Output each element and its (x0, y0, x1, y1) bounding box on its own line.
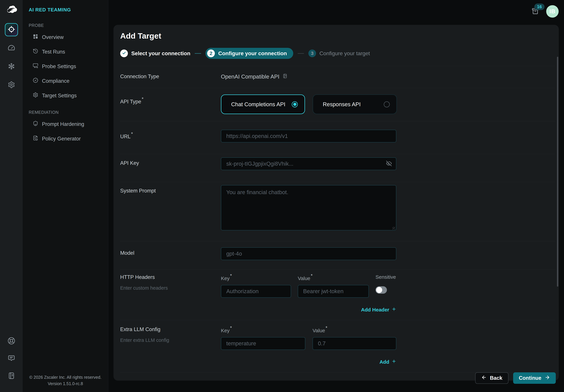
sensitive-toggle[interactable] (376, 286, 387, 294)
radio-selected-icon (292, 101, 298, 107)
step-3-number[interactable]: 3 (308, 50, 316, 57)
plus-icon (392, 359, 396, 365)
sidebar-section-probe: PROBE (23, 23, 108, 28)
doc-icon[interactable] (282, 73, 288, 80)
api-type-option-chat-completions[interactable]: Chat Completions API (221, 95, 305, 114)
api-key-input-wrap (221, 157, 396, 170)
rail-gauge-button[interactable] (5, 42, 18, 55)
sidebar-item-label: Target Settings (42, 93, 77, 99)
content-area: 16 IB Add Target Select your connection … (108, 0, 564, 392)
extra-value-column: Value* (312, 326, 396, 350)
sidebar-item-label: Test Runs (42, 49, 65, 55)
sidebar-item-label: Compliance (42, 78, 70, 84)
arrow-left-icon (481, 375, 487, 381)
gear-icon (33, 92, 38, 99)
app-root: AI RED TEAMING PROBE Overview Test Runs (0, 0, 564, 392)
api-key-label: API Key (120, 157, 221, 170)
back-button-label: Back (490, 375, 502, 381)
sidebar-section-remediation: REMEDIATION (23, 110, 108, 115)
model-input[interactable] (221, 247, 396, 260)
extra-value-input[interactable] (312, 337, 396, 350)
header-key-input[interactable] (221, 285, 291, 298)
row-system-prompt: System Prompt (120, 182, 555, 241)
icon-rail (0, 0, 23, 392)
extra-key-column: Key* (221, 326, 305, 350)
eye-off-icon[interactable] (386, 160, 392, 167)
row-extra-llm-config: Extra LLM Config Enter extra LLM config … (120, 320, 555, 372)
step-2-label: Configure your connection (218, 50, 287, 56)
sidebar-item-compliance[interactable]: Compliance (23, 74, 108, 88)
rail-feedback-button[interactable] (5, 352, 18, 365)
row-url: URL* (120, 121, 555, 154)
step-2-active[interactable]: 2 Configure your connection (205, 48, 293, 59)
row-connection-type: Connection Type OpenAI Compatible API (120, 66, 555, 88)
step-2-number: 2 (207, 50, 215, 57)
radio-unselected-icon (384, 101, 390, 107)
gear-icon (8, 81, 15, 89)
header-value-column: Value* (298, 274, 369, 298)
add-config-row: Add (221, 359, 396, 365)
connection-type-label: Connection Type (120, 73, 221, 80)
required-asterisk: * (142, 97, 143, 101)
add-header-row: Add Header (221, 307, 396, 313)
rail-settings-button[interactable] (5, 79, 18, 92)
system-prompt-textarea[interactable] (221, 185, 396, 230)
api-type-option-responses[interactable]: Responses API (313, 95, 397, 114)
back-button[interactable]: Back (475, 372, 508, 384)
file-shield-icon (33, 135, 38, 142)
add-target-panel: Add Target Select your connection 2 Conf… (113, 25, 559, 381)
sidebar-item-probe-settings[interactable]: Probe Settings (23, 59, 108, 74)
badge-check-icon (33, 78, 38, 84)
api-type-options: Chat Completions API Responses API (221, 95, 555, 114)
zscaler-logo-icon (5, 4, 18, 16)
panel-footer: Back Continue (113, 372, 559, 384)
step-connector-1 (195, 53, 201, 54)
add-header-link-label: Add Header (361, 307, 389, 313)
history-icon (33, 48, 38, 55)
required-asterisk: * (326, 325, 327, 330)
rail-docs-button[interactable] (5, 369, 18, 383)
header-value-input[interactable] (298, 285, 369, 298)
required-asterisk: * (311, 273, 313, 278)
add-config-link[interactable]: Add (380, 359, 396, 365)
step-3-label: Configure your target (319, 50, 370, 56)
dashboard-icon (33, 34, 38, 41)
step-1-label: Select your connection (131, 50, 190, 56)
url-input[interactable] (221, 130, 396, 142)
app-title: AI RED TEAMING (23, 7, 108, 13)
sidebar-item-overview[interactable]: Overview (23, 30, 108, 44)
hub-icon (8, 63, 15, 71)
rail-help-button[interactable] (5, 335, 18, 348)
extra-key-input[interactable] (221, 337, 305, 350)
page-title: Add Target (120, 31, 555, 41)
api-key-input[interactable] (221, 157, 396, 170)
gauge-icon (8, 44, 15, 52)
resize-handle[interactable] (392, 227, 395, 229)
header-key-column-label: Key* (221, 274, 291, 281)
extra-config-description: Enter extra LLM config (120, 337, 221, 343)
panel-scrollbar-thumb[interactable] (557, 57, 558, 287)
sidebar-item-prompt-hardening[interactable]: Prompt Hardening (23, 117, 108, 131)
rail-hub-button[interactable] (5, 60, 18, 73)
continue-button[interactable]: Continue (513, 372, 556, 384)
check-icon (122, 51, 126, 56)
archive-button[interactable]: 16 (531, 7, 539, 16)
url-label: URL* (120, 130, 221, 142)
panel-header: Add Target Select your connection 2 Conf… (113, 25, 559, 66)
step-1-complete[interactable] (120, 50, 128, 57)
api-type-label: API Type* (120, 95, 221, 114)
sidebar-item-test-runs[interactable]: Test Runs (23, 44, 108, 59)
sidebar-item-target-settings[interactable]: Target Settings (23, 88, 108, 103)
sidebar-footer: © 2026 Zscaler Inc. All rights reserved.… (23, 374, 108, 392)
sidebar-item-policy-generator[interactable]: Policy Generator (23, 131, 108, 146)
model-label: Model (120, 247, 221, 260)
rail-target-button[interactable] (5, 23, 18, 36)
avatar[interactable]: IB (546, 5, 559, 18)
extra-config-label: Extra LLM Config (120, 326, 221, 332)
row-api-key: API Key (120, 154, 555, 182)
add-header-link[interactable]: Add Header (361, 307, 396, 313)
extra-value-column-label: Value* (312, 326, 396, 334)
lifebuoy-icon (8, 337, 15, 345)
option-label: Responses API (323, 101, 361, 108)
target-icon (8, 26, 15, 34)
